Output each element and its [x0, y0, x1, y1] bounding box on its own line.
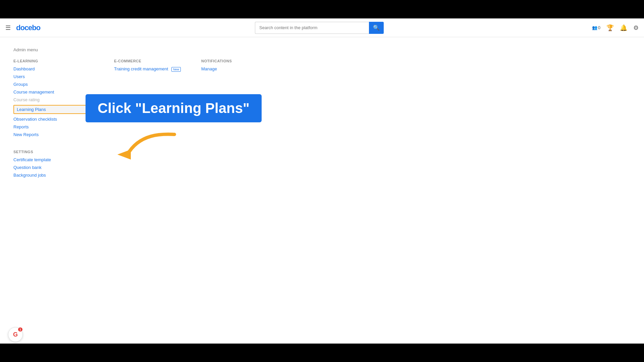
elearning-column: E-LEARNING Dashboard Users Groups Course…: [13, 59, 94, 140]
new-badge: New: [171, 67, 181, 72]
settings-section: SETTINGS Certificate template Question b…: [13, 150, 631, 178]
logo: docebo: [16, 23, 40, 32]
ecommerce-section-title: E-COMMERCE: [114, 59, 181, 63]
admin-menu-title: Admin menu: [13, 47, 631, 52]
link-certificate-template[interactable]: Certificate template: [13, 157, 631, 162]
link-background-jobs[interactable]: Background jobs: [13, 173, 631, 178]
elearning-section-title: E-LEARNING: [13, 59, 94, 63]
link-dashboard[interactable]: Dashboard: [13, 66, 94, 71]
link-question-bank[interactable]: Question bank: [13, 165, 631, 170]
link-reports[interactable]: Reports: [13, 124, 94, 129]
trophy-icon[interactable]: 🏆: [606, 24, 614, 32]
callout-banner: Click "Learning Plans": [86, 94, 262, 122]
link-training-credit[interactable]: Training credit management New: [114, 66, 181, 72]
link-users[interactable]: Users: [13, 74, 94, 79]
search-button[interactable]: 🔍: [369, 22, 384, 34]
bell-icon[interactable]: 🔔: [620, 24, 627, 32]
link-groups[interactable]: Groups: [13, 82, 94, 87]
header-right: 👥 0 🏆 🔔 ⚙: [592, 24, 639, 32]
link-manage-notifications[interactable]: Manage: [201, 66, 268, 71]
search-bar: 🔍: [255, 22, 389, 34]
link-observation-checklists[interactable]: Observation checklists: [13, 117, 94, 122]
header: ☰ docebo 🔍 👥 0 🏆 🔔 ⚙: [0, 18, 644, 37]
user-count: 0: [598, 25, 600, 30]
search-input[interactable]: [255, 22, 369, 34]
link-new-reports[interactable]: New Reports: [13, 132, 94, 137]
notifications-section-title: NOTIFICATIONS: [201, 59, 268, 63]
link-course-rating[interactable]: Course rating: [13, 97, 94, 102]
settings-section-title: SETTINGS: [13, 150, 631, 154]
header-left: ☰ docebo: [5, 23, 40, 32]
search-icon: 🔍: [373, 24, 380, 31]
link-learning-plans[interactable]: Learning Plans: [13, 105, 94, 114]
content-area: Admin menu E-LEARNING Dashboard Users Gr…: [0, 37, 644, 190]
users-icon: 👥: [592, 25, 597, 30]
user-count-icon[interactable]: 👥 0: [592, 25, 600, 30]
callout-text: Click "Learning Plans": [98, 100, 250, 116]
link-course-management[interactable]: Course management: [13, 89, 94, 95]
top-black-bar: [0, 0, 644, 18]
settings-icon[interactable]: ⚙: [633, 24, 639, 32]
hamburger-icon[interactable]: ☰: [5, 24, 11, 32]
